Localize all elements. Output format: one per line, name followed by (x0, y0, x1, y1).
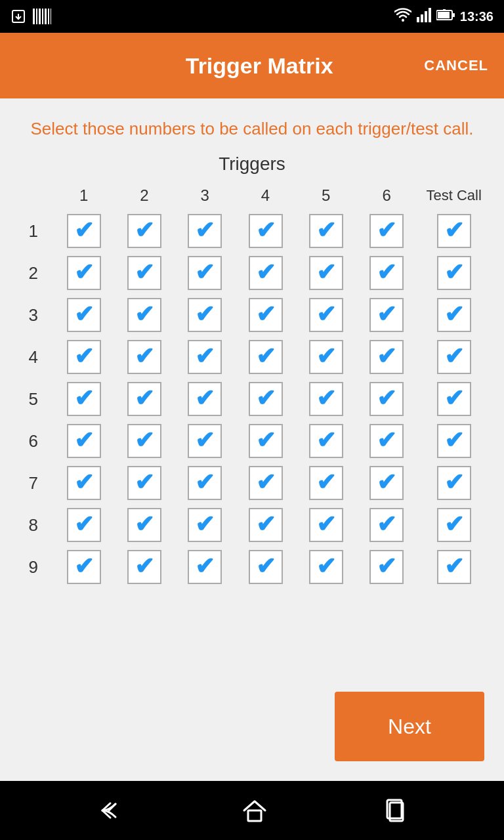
checkbox-r3-c4[interactable] (249, 298, 283, 332)
checkbox-r5-c1[interactable] (67, 382, 101, 416)
checkbox-cell[interactable] (417, 336, 491, 378)
checkbox-r4-c2[interactable] (127, 340, 161, 374)
checkbox-cell[interactable] (175, 252, 235, 294)
checkbox-cell[interactable] (417, 546, 491, 588)
checkbox-r6-c4[interactable] (249, 424, 283, 458)
checkbox-r6-c7[interactable] (437, 424, 471, 458)
checkbox-cell[interactable] (175, 462, 235, 504)
checkbox-r1-c5[interactable] (309, 214, 343, 248)
checkbox-r6-c5[interactable] (309, 424, 343, 458)
checkbox-r4-c5[interactable] (309, 340, 343, 374)
checkbox-r6-c3[interactable] (188, 424, 222, 458)
checkbox-cell[interactable] (296, 462, 356, 504)
checkbox-r8-c4[interactable] (249, 508, 283, 542)
checkbox-cell[interactable] (54, 546, 114, 588)
checkbox-cell[interactable] (356, 546, 417, 588)
checkbox-cell[interactable] (296, 504, 356, 546)
checkbox-r7-c3[interactable] (188, 466, 222, 500)
checkbox-r2-c1[interactable] (67, 256, 101, 290)
checkbox-cell[interactable] (114, 504, 175, 546)
checkbox-cell[interactable] (175, 336, 235, 378)
checkbox-r4-c1[interactable] (67, 340, 101, 374)
checkbox-r2-c4[interactable] (249, 256, 283, 290)
checkbox-cell[interactable] (175, 546, 235, 588)
checkbox-r4-c4[interactable] (249, 340, 283, 374)
checkbox-cell[interactable] (114, 462, 175, 504)
checkbox-r1-c1[interactable] (67, 214, 101, 248)
checkbox-cell[interactable] (175, 378, 235, 420)
checkbox-cell[interactable] (296, 294, 356, 336)
checkbox-r7-c5[interactable] (309, 466, 343, 500)
checkbox-cell[interactable] (235, 420, 295, 462)
checkbox-cell[interactable] (235, 378, 295, 420)
checkbox-r1-c6[interactable] (369, 214, 404, 248)
checkbox-r4-c7[interactable] (437, 340, 471, 374)
checkbox-r9-c4[interactable] (249, 550, 283, 584)
checkbox-cell[interactable] (54, 210, 114, 252)
checkbox-r3-c5[interactable] (309, 298, 343, 332)
checkbox-cell[interactable] (54, 420, 114, 462)
checkbox-cell[interactable] (296, 420, 356, 462)
checkbox-r7-c7[interactable] (437, 466, 471, 500)
checkbox-r5-c6[interactable] (369, 382, 404, 416)
checkbox-cell[interactable] (417, 420, 491, 462)
checkbox-cell[interactable] (417, 462, 491, 504)
checkbox-r5-c4[interactable] (249, 382, 283, 416)
checkbox-cell[interactable] (235, 294, 295, 336)
checkbox-cell[interactable] (356, 462, 417, 504)
back-button[interactable] (97, 801, 126, 820)
checkbox-r8-c2[interactable] (127, 508, 161, 542)
checkbox-cell[interactable] (235, 210, 295, 252)
checkbox-cell[interactable] (417, 294, 491, 336)
checkbox-cell[interactable] (114, 336, 175, 378)
checkbox-cell[interactable] (54, 378, 114, 420)
checkbox-cell[interactable] (114, 210, 175, 252)
checkbox-cell[interactable] (417, 504, 491, 546)
checkbox-r6-c1[interactable] (67, 424, 101, 458)
checkbox-r2-c3[interactable] (188, 256, 222, 290)
checkbox-cell[interactable] (417, 252, 491, 294)
checkbox-cell[interactable] (54, 462, 114, 504)
checkbox-r6-c2[interactable] (127, 424, 161, 458)
checkbox-r4-c3[interactable] (188, 340, 222, 374)
checkbox-cell[interactable] (114, 378, 175, 420)
checkbox-cell[interactable] (356, 378, 417, 420)
checkbox-cell[interactable] (417, 210, 491, 252)
checkbox-r2-c7[interactable] (437, 256, 471, 290)
checkbox-r8-c3[interactable] (188, 508, 222, 542)
checkbox-cell[interactable] (235, 504, 295, 546)
checkbox-cell[interactable] (356, 210, 417, 252)
checkbox-cell[interactable] (296, 336, 356, 378)
checkbox-cell[interactable] (235, 546, 295, 588)
checkbox-r9-c6[interactable] (369, 550, 404, 584)
checkbox-r7-c2[interactable] (127, 466, 161, 500)
checkbox-cell[interactable] (114, 546, 175, 588)
checkbox-r5-c5[interactable] (309, 382, 343, 416)
checkbox-cell[interactable] (175, 294, 235, 336)
checkbox-r7-c6[interactable] (369, 466, 404, 500)
checkbox-r7-c1[interactable] (67, 466, 101, 500)
checkbox-r5-c3[interactable] (188, 382, 222, 416)
checkbox-r9-c1[interactable] (67, 550, 101, 584)
checkbox-cell[interactable] (356, 336, 417, 378)
cancel-button[interactable]: CANCEL (424, 57, 488, 74)
checkbox-r1-c2[interactable] (127, 214, 161, 248)
checkbox-r3-c2[interactable] (127, 298, 161, 332)
checkbox-r2-c5[interactable] (309, 256, 343, 290)
checkbox-cell[interactable] (356, 294, 417, 336)
checkbox-r1-c4[interactable] (249, 214, 283, 248)
checkbox-r5-c7[interactable] (437, 382, 471, 416)
next-button[interactable]: Next (335, 692, 484, 761)
checkbox-r4-c6[interactable] (369, 340, 404, 374)
checkbox-r1-c7[interactable] (437, 214, 471, 248)
recents-button[interactable] (383, 799, 407, 822)
checkbox-cell[interactable] (235, 336, 295, 378)
checkbox-r7-c4[interactable] (249, 466, 283, 500)
checkbox-cell[interactable] (175, 504, 235, 546)
checkbox-r9-c3[interactable] (188, 550, 222, 584)
checkbox-cell[interactable] (356, 252, 417, 294)
checkbox-cell[interactable] (54, 252, 114, 294)
checkbox-r3-c7[interactable] (437, 298, 471, 332)
checkbox-cell[interactable] (356, 504, 417, 546)
checkbox-cell[interactable] (175, 420, 235, 462)
